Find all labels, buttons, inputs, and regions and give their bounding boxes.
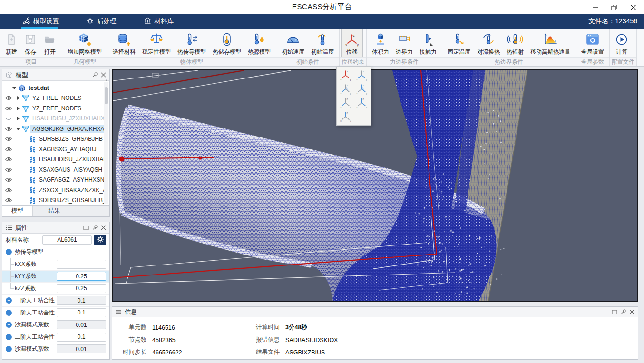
- property-value-input[interactable]: [57, 320, 106, 329]
- tree-item[interactable]: XSAXGAUS_AISYAQSH_ASHX: [2, 165, 104, 175]
- property-value-input[interactable]: [57, 272, 106, 281]
- viewport-3d[interactable]: [112, 69, 638, 302]
- visibility-icon[interactable]: [2, 187, 15, 194]
- caret-right-icon[interactable]: [15, 96, 21, 100]
- visibility-icon[interactable]: [2, 126, 15, 132]
- info-field-value: 466526622: [152, 349, 232, 356]
- constraint-xyz-icon[interactable]: z x y: [338, 68, 354, 82]
- tree-item[interactable]: SAGFASGZ_ASYHHXSN: [2, 175, 104, 186]
- ribbon-button-thermo-capsule[interactable]: 热储存模型: [209, 29, 244, 57]
- constraint-plane-z-icon[interactable]: z x y: [354, 82, 370, 96]
- ribbon-button-cube-arrow[interactable]: 体积力: [369, 29, 392, 57]
- ribbon-button-bar-arrow[interactable]: 接触力: [416, 29, 440, 57]
- ribbon-button-file-save[interactable]: 保存: [21, 29, 40, 57]
- visibility-icon[interactable]: [2, 177, 15, 183]
- ribbon-button-scale[interactable]: 稳定性模型: [139, 29, 174, 57]
- close-panel-icon[interactable]: [101, 225, 106, 230]
- ribbon-button-chart-gauss[interactable]: zy移动高斯热通量: [527, 29, 574, 57]
- ribbon-button-thermo-pin[interactable]: 固定温度: [444, 29, 474, 57]
- tree-item[interactable]: XAGBSXG_AYHAQBJ: [2, 144, 104, 155]
- ribbon-button-gauge[interactable]: 初始速度: [278, 29, 308, 57]
- scroll-up-icon[interactable]: ▲: [104, 78, 108, 82]
- collapse-icon[interactable]: −: [6, 322, 12, 328]
- constraint-plane-x-icon[interactable]: z x y: [338, 82, 354, 96]
- minimize-icon[interactable]: [591, 3, 599, 11]
- tree-item[interactable]: YZ_FREE_NODES: [2, 103, 104, 114]
- property-value-input[interactable]: [57, 333, 106, 342]
- caret-right-icon[interactable]: [15, 106, 21, 111]
- ribbon-button-rect-arrows[interactable]: 边界力: [392, 29, 416, 57]
- tree-item[interactable]: SDHSBJZS_GHSABJHB_ZAHU: [2, 134, 104, 145]
- ribbon-button-thermo-cycle[interactable]: 对流换热: [474, 29, 503, 57]
- property-value-input[interactable]: [57, 344, 106, 353]
- tree-scrollbar[interactable]: ▲ ▼: [104, 82, 108, 204]
- property-value-input[interactable]: [57, 284, 106, 293]
- visibility-icon[interactable]: [2, 136, 15, 142]
- visibility-icon[interactable]: [2, 156, 15, 163]
- ribbon-button-cube-plus[interactable]: 增加网格模型: [64, 29, 105, 57]
- tab-post-process[interactable]: 后处理: [80, 14, 123, 29]
- constraint-xy-icon[interactable]: z x y: [354, 68, 370, 82]
- close-icon[interactable]: [629, 3, 637, 11]
- visibility-icon[interactable]: [2, 95, 15, 101]
- collapse-icon[interactable]: −: [6, 346, 12, 352]
- tree-item[interactable]: HSAUHDISU_JZXIUXHAHX: [2, 155, 104, 165]
- ribbon-button-thermo-arrows[interactable]: 热传导模型: [174, 29, 209, 57]
- float-panel-icon[interactable]: [83, 226, 89, 230]
- visibility-icon[interactable]: [2, 105, 15, 112]
- visibility-icon[interactable]: [2, 197, 15, 204]
- constraint-x-icon[interactable]: z x y: [338, 96, 354, 109]
- main-nav: 模型设置 后处理 材料库 文件名：123456: [0, 14, 644, 29]
- tab-material-library[interactable]: 材料库: [137, 14, 181, 29]
- tree-item[interactable]: AGSGKJKG_GJHXAJKHXA: [2, 124, 104, 134]
- property-value-input[interactable]: [57, 296, 106, 305]
- constraint-zy-icon[interactable]: z x y: [354, 96, 370, 109]
- ribbon-button-window-gear[interactable]: 全局设置: [578, 29, 607, 57]
- pin-icon[interactable]: [620, 309, 626, 315]
- close-panel-icon[interactable]: [101, 72, 106, 78]
- collapse-icon[interactable]: −: [6, 310, 12, 316]
- ribbon-button-thermo-flame[interactable]: 热源模型: [244, 29, 274, 57]
- caret-down-icon[interactable]: [11, 86, 17, 90]
- ribbon-button-thermo-arc[interactable]: 初始温度: [308, 29, 337, 57]
- tree-item[interactable]: SDHSBJZS_GHSABJHB_ZAHU: [2, 196, 104, 205]
- tab-model-setup[interactable]: 模型设置: [16, 14, 66, 29]
- material-settings-button[interactable]: [94, 235, 106, 245]
- visibility-icon[interactable]: [2, 146, 15, 153]
- tree-item[interactable]: test.dat: [2, 83, 104, 93]
- tab-model[interactable]: 模型: [2, 206, 33, 216]
- property-value-input[interactable]: [57, 260, 106, 269]
- pin-icon[interactable]: [92, 225, 98, 231]
- pin-icon[interactable]: [92, 72, 98, 78]
- wire-cube-icon: [6, 71, 13, 78]
- ribbon-button-db-plus[interactable]: 选择材料: [109, 29, 139, 57]
- tree-item[interactable]: YZ_FREE_NODES: [2, 93, 104, 104]
- ribbon-button-folder-open[interactable]: 打开: [40, 29, 60, 57]
- visibility-off-icon[interactable]: [2, 115, 15, 122]
- tree-item[interactable]: ZSXGX_HSAKAZNZXK_AHASX: [2, 185, 104, 196]
- collapse-icon[interactable]: −: [6, 249, 12, 255]
- tree-item[interactable]: HSAUHDISU_JZXIUXHAHX: [2, 114, 104, 124]
- material-name-input[interactable]: [42, 235, 92, 245]
- collapse-icon[interactable]: −: [6, 297, 12, 304]
- file-save-icon: [24, 30, 37, 48]
- visibility-icon[interactable]: [2, 167, 15, 173]
- tab-results[interactable]: 结果: [33, 206, 76, 216]
- float-panel-icon[interactable]: [612, 310, 617, 314]
- cube-arrow-icon: [374, 30, 387, 48]
- property-row: −二阶人工粘合性: [2, 307, 109, 319]
- collapse-icon[interactable]: −: [6, 334, 12, 340]
- scrollbar-thumb[interactable]: [105, 87, 108, 104]
- info-field-value: ASGBIXZBIUS: [285, 349, 638, 356]
- caret-down-icon[interactable]: [15, 127, 21, 131]
- restore-icon[interactable]: [610, 3, 618, 11]
- close-panel-icon[interactable]: [629, 309, 634, 314]
- ribbon-button-play-circle[interactable]: 计算: [612, 29, 632, 57]
- constraint-z-icon[interactable]: z x y: [338, 109, 354, 123]
- ribbon-button-thermo-waves[interactable]: 热辐射: [503, 29, 527, 57]
- ribbon-button-file-new[interactable]: 新建: [2, 29, 21, 57]
- caret-right-icon[interactable]: [15, 116, 21, 121]
- property-value-input[interactable]: [57, 308, 106, 317]
- svg-text:z: z: [347, 111, 348, 114]
- ribbon-button-axes-red[interactable]: z x y位移: [342, 29, 362, 57]
